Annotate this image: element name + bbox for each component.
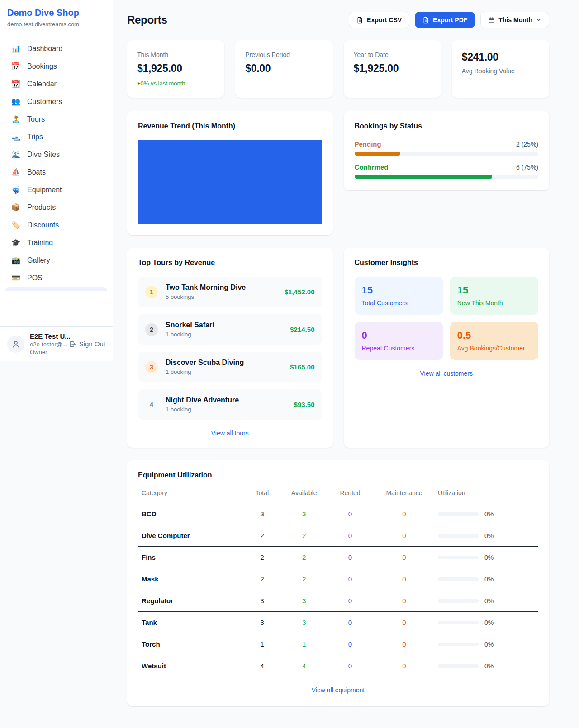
sidebar-item-trips[interactable]: 🛥️ Trips bbox=[5, 128, 107, 146]
stat-card-this-month: This Month $1,925.00 +0% vs last month bbox=[127, 40, 224, 98]
insight-value: 15 bbox=[457, 284, 531, 296]
equipment-utilization-title: Equipment Utilization bbox=[138, 471, 538, 479]
sidebar-item-dashboard[interactable]: 📊 Dashboard bbox=[5, 40, 107, 57]
sidebar-item-training[interactable]: 🎓 Training bbox=[5, 234, 107, 251]
tour-bookings: 1 booking bbox=[166, 406, 239, 413]
insight-tile-repeat-customers: 0 Repeat Customers bbox=[355, 322, 443, 360]
sidebar-item-boats[interactable]: ⛵ Boats bbox=[5, 163, 107, 181]
cell-category: Dive Computer bbox=[138, 525, 242, 547]
utilization-percent: 0% bbox=[484, 576, 494, 583]
table-row: Fins 2 2 0 0 0% bbox=[138, 547, 538, 568]
insight-value: 0.5 bbox=[457, 330, 531, 341]
table-header-row: Category Total Available Rented Maintena… bbox=[138, 486, 538, 503]
equipment-table: Category Total Available Rented Maintena… bbox=[138, 486, 538, 676]
gallery-icon: 📸 bbox=[11, 256, 21, 265]
sidebar-item-label: Bookings bbox=[27, 62, 57, 71]
revenue-trend-title: Revenue Trend (This Month) bbox=[138, 122, 322, 130]
table-row: BCD 3 3 0 0 0% bbox=[138, 503, 538, 525]
rank-badge: 1 bbox=[145, 286, 158, 298]
insight-tile-avg-bookings: 0.5 Avg Bookings/Customer bbox=[450, 322, 538, 360]
top-tours-card: Top Tours by Revenue 1 Two Tank Morning … bbox=[127, 248, 333, 448]
progress-track bbox=[355, 152, 539, 156]
training-icon: 🎓 bbox=[11, 238, 21, 247]
page-title: Reports bbox=[127, 14, 167, 26]
utilization-percent: 0% bbox=[484, 511, 494, 518]
tour-row: 1 Two Tank Morning Dive 5 bookings $1,45… bbox=[138, 277, 322, 307]
cell-category: Regulator bbox=[138, 590, 242, 612]
sidebar-item-label: Products bbox=[27, 203, 56, 212]
stat-label: Previous Period bbox=[245, 51, 323, 58]
view-all-customers-link[interactable]: View all customers bbox=[355, 370, 539, 377]
utilization-percent: 0% bbox=[484, 554, 494, 561]
sidebar-item-equipment[interactable]: 🤿 Equipment bbox=[5, 181, 107, 199]
export-pdf-button[interactable]: Export PDF bbox=[415, 12, 475, 28]
bookings-icon: 📅 bbox=[11, 62, 21, 71]
sidebar-item-label: Boats bbox=[27, 168, 46, 176]
sidebar-item-pos[interactable]: 💳 POS bbox=[5, 269, 107, 287]
sidebar-item-dive-sites[interactable]: 🌊 Dive Sites bbox=[5, 146, 107, 163]
sidebar-item-calendar[interactable]: 📆 Calendar bbox=[5, 75, 107, 93]
file-download-icon bbox=[356, 17, 363, 24]
export-pdf-label: Export PDF bbox=[433, 16, 467, 24]
equipment-icon: 🤿 bbox=[11, 185, 21, 194]
stat-card-year-to-date: Year to Date $1,925.00 bbox=[344, 40, 441, 98]
sidebar-user-footer: E2E Test U... e2e-tester@... Owner Sign … bbox=[0, 326, 113, 361]
tour-bookings: 1 booking bbox=[166, 369, 244, 375]
cell-rented: 0 bbox=[326, 503, 374, 525]
sidebar-item-gallery[interactable]: 📸 Gallery bbox=[5, 251, 107, 269]
stat-card-previous-period: Previous Period $0.00 bbox=[235, 40, 332, 98]
chevron-down-icon bbox=[536, 17, 541, 23]
cell-category: Torch bbox=[138, 633, 242, 655]
status-label: Confirmed bbox=[355, 163, 389, 171]
sidebar-item-label: Dashboard bbox=[27, 45, 62, 53]
cell-available: 1 bbox=[282, 633, 326, 655]
dive-sites-icon: 🌊 bbox=[11, 150, 21, 159]
sidebar-item-customers[interactable]: 👥 Customers bbox=[5, 93, 107, 110]
cell-total: 2 bbox=[242, 525, 282, 547]
tour-revenue: $214.50 bbox=[285, 326, 314, 333]
trips-icon: 🛥️ bbox=[11, 132, 21, 141]
rank-badge: 4 bbox=[145, 398, 158, 411]
sidebar-item-products[interactable]: 📦 Products bbox=[5, 199, 107, 216]
cell-rented: 0 bbox=[326, 547, 374, 568]
sidebar-item-tours[interactable]: 🏝️ Tours bbox=[5, 110, 107, 128]
header-actions: Export CSV Export PDF This Month bbox=[349, 12, 549, 28]
export-csv-label: Export CSV bbox=[367, 16, 402, 24]
utilization-percent: 0% bbox=[484, 641, 494, 648]
person-icon bbox=[11, 340, 20, 349]
view-all-tours-link[interactable]: View all tours bbox=[138, 430, 322, 437]
tour-name: Night Dive Adventure bbox=[166, 396, 239, 404]
cell-total: 2 bbox=[242, 568, 282, 590]
stat-label: Year to Date bbox=[354, 51, 431, 58]
user-meta: E2E Test U... e2e-tester@... Owner bbox=[30, 332, 63, 355]
cell-category: Fins bbox=[138, 547, 242, 568]
cell-category: Wetsuit bbox=[138, 655, 242, 677]
cell-available: 3 bbox=[282, 503, 326, 525]
cell-total: 2 bbox=[242, 547, 282, 568]
sidebar-item-discounts[interactable]: 🏷️ Discounts bbox=[5, 216, 107, 234]
sidebar-item-partially-scrolled[interactable] bbox=[5, 287, 107, 291]
utilization-bar bbox=[438, 643, 479, 646]
equipment-utilization-card: Equipment Utilization Category Total Ava… bbox=[127, 460, 549, 706]
insight-value: 15 bbox=[362, 284, 436, 296]
sign-out-button[interactable]: Sign Out bbox=[68, 340, 105, 348]
period-selector[interactable]: This Month bbox=[480, 12, 549, 28]
cell-available: 3 bbox=[282, 590, 326, 612]
progress-fill-pending bbox=[355, 152, 401, 156]
table-row: Dive Computer 2 2 0 0 0% bbox=[138, 525, 538, 547]
top-tours-title: Top Tours by Revenue bbox=[138, 259, 322, 267]
export-csv-button[interactable]: Export CSV bbox=[349, 12, 409, 28]
sidebar: Demo Dive Shop demo.test.divestreams.com… bbox=[0, 0, 113, 361]
cell-maintenance: 0 bbox=[374, 633, 434, 655]
sign-out-label: Sign Out bbox=[79, 340, 105, 348]
sidebar-item-label: Equipment bbox=[27, 186, 62, 194]
sidebar-item-label: Tours bbox=[27, 115, 45, 123]
sidebar-item-label: Discounts bbox=[27, 221, 59, 229]
tour-name: Two Tank Morning Dive bbox=[166, 284, 246, 292]
stats-row: This Month $1,925.00 +0% vs last month P… bbox=[127, 40, 549, 98]
view-all-equipment-link[interactable]: View all equipment bbox=[138, 686, 538, 694]
period-label: This Month bbox=[498, 16, 532, 24]
table-row: Mask 2 2 0 0 0% bbox=[138, 568, 538, 590]
cell-total: 3 bbox=[242, 503, 282, 525]
sidebar-item-bookings[interactable]: 📅 Bookings bbox=[5, 57, 107, 75]
